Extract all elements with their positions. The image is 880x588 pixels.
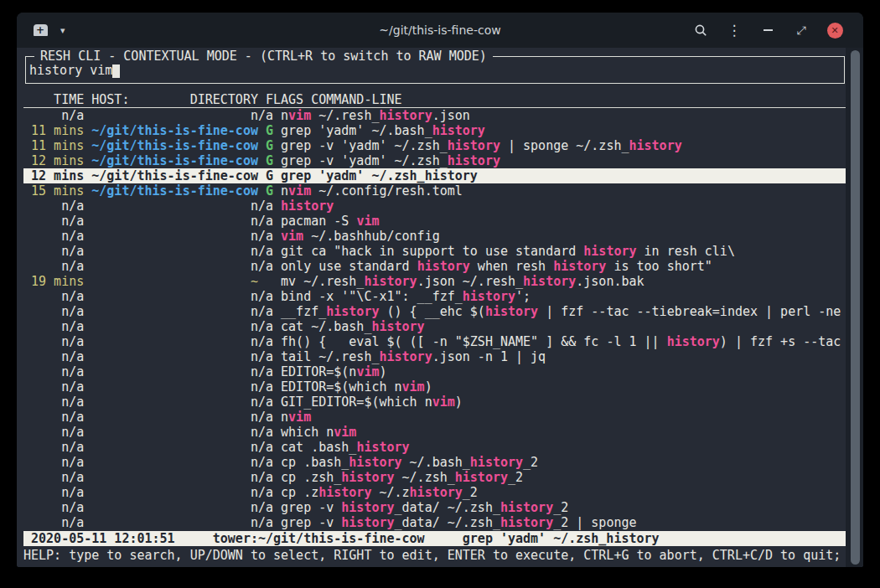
row-segment: cp .bash_ — [281, 455, 349, 470]
row-segment — [84, 500, 91, 515]
history-row[interactable]: n/a n/a __fzf_history () { __ehc $(histo… — [23, 304, 846, 319]
row-segment — [273, 455, 281, 470]
row-segment: n/a — [23, 334, 84, 349]
row-segment: 11 mins — [23, 123, 84, 138]
history-row[interactable]: n/a n/a cat ~/.bash_history — [23, 319, 846, 334]
row-segment — [273, 304, 281, 319]
history-row[interactable]: n/a n/a bind -x '"\C-x1": __fzf_history'… — [23, 289, 846, 304]
row-segment: n/a — [91, 214, 273, 229]
row-segment: history — [583, 244, 636, 259]
scrollbar-thumb[interactable] — [851, 50, 860, 565]
row-segment: grep -v 'yadm' ~/.zsh_ — [281, 138, 448, 153]
row-segment: .json ~/.resh_ — [417, 274, 523, 289]
row-segment — [84, 379, 91, 395]
minimize-button[interactable] — [751, 13, 784, 48]
row-segment — [258, 123, 266, 138]
row-segment: n/a — [91, 440, 273, 455]
row-segment: GIT_EDITOR=$(which n — [281, 395, 432, 410]
history-row[interactable]: 11 mins ~/git/this-is-fine-cow G grep -v… — [23, 138, 846, 153]
search-button[interactable] — [684, 13, 717, 48]
history-row[interactable]: n/a n/a grep -v history_data/ ~/.zsh_his… — [23, 515, 846, 530]
row-segment — [84, 123, 91, 138]
row-segment: n/a — [23, 304, 84, 319]
row-segment: ~/git/this-is-fine-cow — [91, 183, 258, 199]
history-row[interactable]: n/a n/a vim ~/.bashhub/config — [23, 229, 846, 244]
history-row[interactable]: 11 mins ~/git/this-is-fine-cow G grep 'y… — [23, 123, 846, 138]
row-segment: n/a — [91, 470, 273, 485]
close-button[interactable]: ✕ — [818, 13, 852, 48]
row-segment: grep -v 'yadm' ~/.zsh_ — [281, 153, 448, 168]
history-row[interactable]: n/a n/a pacman -S vim — [23, 214, 846, 229]
row-segment — [258, 138, 266, 153]
history-row[interactable]: n/a n/a git ca "hack in support to use s… — [23, 244, 846, 259]
row-segment: | fzf --tac --tiebreak=index | perl -ne — [538, 304, 841, 319]
restore-button[interactable]: ⤢ — [784, 13, 818, 48]
history-row[interactable]: n/a n/a cp .bash_history ~/.bash_history… — [23, 455, 846, 470]
row-segment — [273, 168, 281, 183]
titlebar[interactable]: + ▾ ~/git/this-is-fine-cow ⋮ ⤢ — [17, 13, 863, 48]
history-row[interactable]: n/a n/a nvim ~/.resh_history.json — [23, 108, 846, 123]
row-segment: vim — [402, 379, 425, 395]
row-segment — [273, 138, 281, 153]
history-row[interactable]: n/a n/a cp .zhistory ~/.zhistory_2 — [23, 485, 846, 500]
history-row-selected[interactable]: 12 mins ~/git/this-is-fine-cow G grep 'y… — [23, 168, 846, 183]
row-segment: history — [364, 274, 417, 289]
history-row[interactable]: n/a n/a only use standard history when r… — [23, 259, 846, 274]
row-segment: grep 'yadm' ~/.zsh_ — [281, 168, 425, 183]
row-segment: .json -n 1 | jq — [432, 349, 546, 364]
row-segment: n/a — [91, 425, 273, 440]
row-segment — [84, 425, 91, 440]
row-segment — [273, 334, 281, 349]
row-segment: when resh — [470, 259, 553, 274]
history-row[interactable]: 12 mins ~/git/this-is-fine-cow G grep -v… — [23, 153, 846, 168]
history-row[interactable]: n/a n/a cp .zsh_history ~/.zsh_history_2 — [23, 470, 846, 485]
row-segment — [84, 214, 91, 229]
row-segment — [273, 183, 281, 199]
history-row[interactable]: n/a n/a nvim — [23, 410, 846, 425]
row-segment: n/a — [23, 199, 84, 214]
history-row[interactable]: n/a n/a EDITOR=$(nvim) — [23, 364, 846, 379]
row-segment — [84, 304, 91, 319]
history-row[interactable]: n/a n/a cat .bash_history — [23, 440, 846, 455]
history-row[interactable]: n/a n/a GIT_EDITOR=$(which nvim) — [23, 395, 846, 410]
terminal-pane[interactable]: RESH CLI - CONTEXTUAL MODE - (CTRL+R to … — [17, 48, 863, 567]
history-row[interactable]: n/a n/a history — [23, 199, 846, 214]
row-segment: vim — [288, 108, 311, 123]
row-segment: ) — [455, 395, 463, 410]
row-segment — [84, 138, 91, 153]
row-segment: n/a — [91, 455, 273, 470]
text-cursor — [112, 64, 120, 78]
row-segment: in resh cli\ — [637, 244, 735, 259]
scrollbar-track[interactable] — [846, 48, 863, 567]
row-segment: n/a — [91, 515, 273, 530]
status-bar: 2020-05-11 12:01:51 tower:~/git/this-is-… — [23, 531, 846, 546]
history-row[interactable]: n/a n/a fh() { eval $( ([ -n "$ZSH_NAME"… — [23, 334, 846, 349]
history-row[interactable]: n/a n/a tail ~/.resh_history.json -n 1 |… — [23, 349, 846, 364]
row-segment: | sponge ~/.zsh_ — [500, 138, 629, 153]
row-segment — [84, 108, 91, 123]
row-segment: ) — [379, 364, 386, 379]
row-segment: EDITOR=$(which n — [281, 379, 402, 395]
row-segment: .json — [432, 108, 470, 123]
new-tab-button[interactable]: + — [32, 23, 49, 38]
row-segment: history — [379, 349, 432, 364]
row-segment: EDITOR=$(n — [281, 364, 356, 379]
history-row[interactable]: n/a n/a which nvim — [23, 425, 846, 440]
row-segment — [84, 485, 91, 500]
row-segment: grep -v — [281, 515, 341, 530]
row-segment — [273, 425, 281, 440]
row-segment: 15 mins — [23, 183, 84, 199]
row-segment — [84, 259, 91, 274]
menu-button[interactable]: ⋮ — [717, 13, 751, 48]
row-segment: n — [281, 108, 288, 123]
history-row[interactable]: 15 mins ~/git/this-is-fine-cow G nvim ~/… — [23, 183, 846, 199]
row-segment: vim — [432, 395, 455, 410]
history-row[interactable]: 19 mins ~ mv ~/.resh_history.json ~/.res… — [23, 274, 846, 289]
row-segment: n/a — [91, 289, 273, 304]
close-icon: ✕ — [831, 25, 838, 36]
chevron-down-icon[interactable]: ▾ — [60, 25, 65, 36]
row-segment: n/a — [23, 455, 84, 470]
row-segment: cp .zsh_ — [281, 470, 341, 485]
history-row[interactable]: n/a n/a EDITOR=$(which nvim) — [23, 379, 846, 395]
history-row[interactable]: n/a n/a grep -v history_data/ ~/.zsh_his… — [23, 500, 846, 515]
